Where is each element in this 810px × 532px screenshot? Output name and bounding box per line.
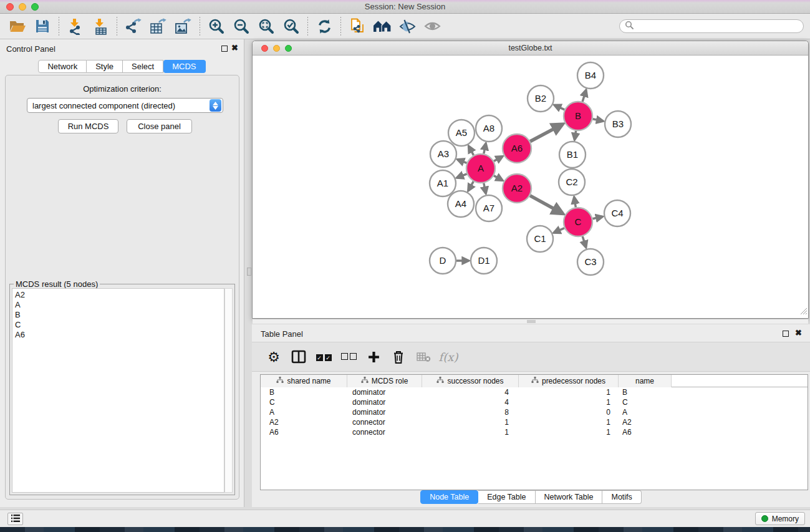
float-panel-icon[interactable] [221,46,228,52]
open-session-icon[interactable] [5,16,30,37]
graph-edge-A-A8[interactable] [484,143,486,154]
export-network-icon[interactable] [121,16,146,37]
table-row[interactable]: A6connector11A6 [261,427,808,437]
network-window-titlebar[interactable]: testGlobe.txt [253,41,808,56]
deselect-all-checks-icon[interactable] [337,346,360,367]
table-cell[interactable]: 4 [422,397,519,407]
table-cell[interactable]: 1 [519,397,619,407]
table-cell[interactable]: B [261,387,347,397]
graph-edge-B-B2[interactable] [554,105,564,110]
export-image-icon[interactable] [171,16,196,37]
home-icon[interactable] [370,16,395,37]
table-cell[interactable]: dominator [347,397,422,407]
table-cell[interactable]: C [619,397,672,407]
table-cell[interactable]: 8 [422,407,519,417]
network-canvas[interactable]: B4B2BB3A8A5A6A3B1AA1C2A2A4A7C4CC1C3DD1 [253,56,808,318]
graph-edge-C-C4[interactable] [592,216,602,219]
table-cell[interactable]: dominator [347,407,422,417]
select-all-checks-icon[interactable]: ✓✓ [312,346,335,367]
table-cell[interactable]: A2 [619,417,672,427]
delete-column-icon[interactable] [387,346,410,367]
table-cell[interactable]: A [261,407,347,417]
memory-button[interactable]: Memory [755,512,805,525]
tab-node-table[interactable]: Node Table [420,490,478,504]
graph-edge-A-A1[interactable] [457,174,467,178]
table-cell[interactable]: connector [347,417,422,427]
graph-edge-A-A5[interactable] [469,147,474,155]
network-horizontal-scrollbar[interactable] [253,319,808,324]
close-panel-icon[interactable]: ✖ [231,43,238,52]
table-cell[interactable]: 1 [519,427,619,437]
save-session-icon[interactable] [30,16,55,37]
mcds-result-item[interactable]: A2 [15,290,224,300]
graph-edge-B-B3[interactable] [593,119,604,121]
close-table-panel-icon[interactable]: ✖ [795,328,802,337]
table-cell[interactable]: 0 [519,407,619,417]
export-table-icon[interactable] [146,16,171,37]
table-cell[interactable]: A6 [619,427,672,437]
graph-edge-A2-C[interactable] [530,196,562,214]
graph-edge-C-C3[interactable] [582,236,586,248]
column-header-successor-nodes[interactable]: successor nodes [422,375,519,387]
network-from-file-icon[interactable] [345,16,370,37]
table-cell[interactable]: A2 [261,417,347,427]
table-cell[interactable]: 1 [422,417,519,427]
column-header-shared-name[interactable]: shared name [261,375,347,387]
table-cell[interactable]: A6 [261,427,347,437]
refresh-icon[interactable] [312,16,337,37]
tab-network-table[interactable]: Network Table [536,490,603,504]
import-table-icon[interactable] [88,16,113,37]
table-cell[interactable]: 1 [422,427,519,437]
import-network-icon[interactable] [63,16,88,37]
column-header-MCDS-role[interactable]: MCDS role [347,375,422,387]
show-detail-icon[interactable] [420,16,445,37]
table-cell[interactable]: 4 [422,387,519,397]
mcds-result-item[interactable]: C [15,320,224,330]
mcds-result-item[interactable]: A [15,300,224,310]
tab-edge-table[interactable]: Edge Table [478,490,535,504]
mcds-result-list[interactable]: A2ABCA6 [12,288,224,493]
graph-edge-C-C2[interactable] [574,197,576,207]
run-mcds-button[interactable]: Run MCDS [58,119,118,133]
graph-edge-B-B4[interactable] [582,90,586,102]
graph-edge-B-B1[interactable] [575,131,576,140]
table-row[interactable]: A2connector11A2 [261,417,808,427]
zoom-fit-icon[interactable] [254,16,279,37]
zoom-selected-icon[interactable] [279,16,304,37]
graph-edge-A-A6[interactable] [494,157,503,162]
graph-edge-A-A7[interactable] [484,183,486,194]
tab-network[interactable]: Network [38,60,87,73]
criterion-dropdown[interactable]: largest connected component (directed) [27,98,223,113]
search-field[interactable] [619,19,804,33]
network-horizontal-scrollbar-thumb[interactable] [527,320,536,323]
add-column-icon[interactable] [362,346,385,367]
table-cell[interactable]: 1 [519,387,619,397]
zoom-in-icon[interactable] [204,16,229,37]
graph-edge-A-A3[interactable] [458,160,467,163]
mcds-result-item[interactable]: A6 [15,330,224,340]
hide-detail-icon[interactable] [395,16,420,37]
settings-icon[interactable]: ⚙ [262,346,286,367]
graph-edge-A6-B[interactable] [530,124,562,141]
mcds-result-scrollbar[interactable] [224,288,233,493]
table-cell[interactable]: connector [347,427,422,437]
float-table-panel-icon[interactable] [783,331,789,337]
mcds-result-item[interactable]: B [15,310,224,320]
task-history-button[interactable] [7,513,23,525]
tab-mcds[interactable]: MCDS [163,60,205,73]
column-header-name[interactable]: name [619,375,672,387]
window-resize-grip[interactable] [800,306,808,317]
network-vertical-scrollbar-thumb[interactable] [247,268,251,276]
function-builder-icon[interactable]: f(x) [436,346,460,367]
delete-table-icon[interactable] [412,346,435,367]
column-header-predecessor-nodes[interactable]: predecessor nodes [519,375,619,387]
table-cell[interactable]: 1 [519,417,619,427]
column-view-icon[interactable] [287,346,311,367]
tab-select[interactable]: Select [123,60,163,73]
table-cell[interactable]: C [261,397,347,407]
table-row[interactable]: Cdominator41C [261,397,808,407]
table-cell[interactable]: dominator [347,387,422,397]
close-panel-button[interactable]: Close panel [127,119,192,133]
table-cell[interactable]: B [619,387,672,397]
graph-edge-A-A4[interactable] [468,181,473,191]
